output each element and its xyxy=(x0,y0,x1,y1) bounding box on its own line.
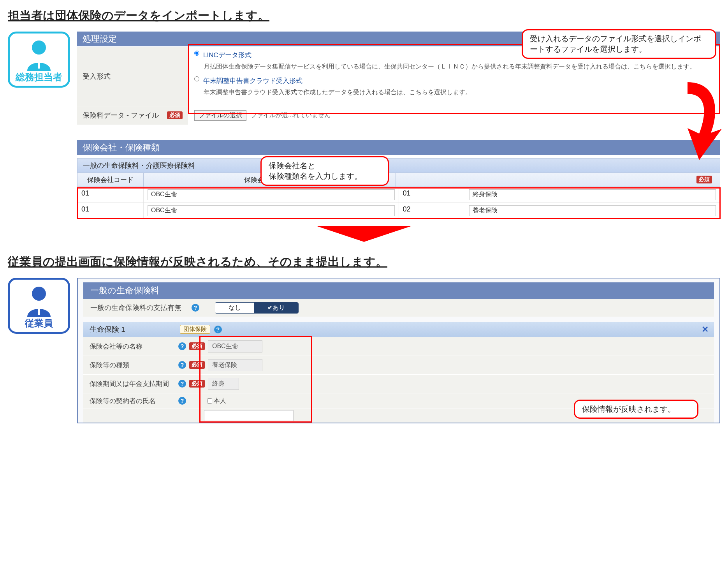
file-select-button[interactable]: ファイルの選択 xyxy=(194,110,246,121)
intake-linc-desc: 月払団体生命保険データ集配信サービスを利用している場合に、生保共同センター（ＬＩ… xyxy=(204,62,714,72)
col-company-code: 保険会社コード xyxy=(77,173,144,187)
persona-admin-label: 総務担当者 xyxy=(13,71,65,83)
svg-point-3 xyxy=(32,287,46,301)
emp-company-label: 保険会社等の名称 xyxy=(90,342,175,351)
file-row-label-text: 保険料データ - ファイル xyxy=(83,111,159,120)
group-insurance-tag: 団体保険 xyxy=(180,325,210,334)
help-icon[interactable]: ? xyxy=(192,304,199,312)
company-code-cell: 01 xyxy=(81,189,89,197)
section2-title: 従業員の提出画面に保険情報が反映されるため、そのまま提出します。 xyxy=(8,254,720,270)
emp-period-label: 保険期間又は年金支払期間 xyxy=(90,379,175,388)
company-col-header-row: 保険会社コード 保険会社名 必須 必須 xyxy=(77,173,720,187)
col-type-code xyxy=(396,173,462,187)
type-code-cell: 02 xyxy=(403,205,411,213)
required-badge: 必須 xyxy=(189,380,205,388)
emp-type-value: 養老保険 xyxy=(208,359,262,371)
intake-cloud-title: 年末調整申告書クラウド受入形式 xyxy=(203,76,302,85)
callout-company-hint: 保険会社名と 保険種類名を入力します。 xyxy=(260,156,389,186)
col-type-name: 必須 xyxy=(462,173,720,187)
emp-sub-header-text: 生命保険 1 xyxy=(90,324,125,335)
emp-period-value: 終身 xyxy=(208,378,239,390)
down-arrow-icon xyxy=(317,226,411,242)
help-icon[interactable]: ? xyxy=(178,380,186,388)
company-name-input[interactable] xyxy=(148,205,395,216)
persona-employee-label: 従業員 xyxy=(13,317,65,330)
company-name-input[interactable] xyxy=(148,189,395,200)
persona-employee-card: 従業員 xyxy=(8,278,70,334)
close-icon[interactable]: ✕ xyxy=(702,324,709,335)
emp-holder-label: 保険等の契約者の氏名 xyxy=(90,396,175,405)
help-icon[interactable]: ? xyxy=(214,326,222,333)
holder-self-checkbox-label: 本人 xyxy=(214,397,226,405)
type-name-input[interactable] xyxy=(469,205,716,216)
type-name-input[interactable] xyxy=(469,189,716,200)
company-row: 01 02 xyxy=(77,203,720,219)
emp-header: 一般の生命保険料 xyxy=(83,282,714,299)
help-icon[interactable]: ? xyxy=(178,342,186,350)
required-badge: 必須 xyxy=(696,176,712,183)
required-badge: 必須 xyxy=(189,342,205,350)
svg-marker-2 xyxy=(317,226,411,242)
admin-app-panel: 処理設定 受入形式 LINCデータ形式 月払団体生命保険データ集配信サービスを利… xyxy=(77,32,720,219)
employee-app-panel: 一般の生命保険料 一般の生命保険料の支払有無 ? なし ✔あり 生命保険 1 団… xyxy=(77,278,720,423)
intake-linc-radio[interactable] xyxy=(194,51,199,56)
help-icon[interactable]: ? xyxy=(178,397,186,405)
intake-linc-title: LINCデータ形式 xyxy=(203,51,251,60)
emp-payflag-label: 一般の生命保険料の支払有無 xyxy=(90,303,181,312)
person-icon xyxy=(23,37,55,71)
holder-self-checkbox-wrap[interactable]: 本人 xyxy=(207,397,226,405)
red-arrow-icon xyxy=(676,78,723,164)
company-sub-header: 一般の生命保険料・介護医療保険料 xyxy=(77,159,720,173)
help-icon[interactable]: ? xyxy=(178,361,186,369)
file-row-label: 保険料データ - ファイル 必須 xyxy=(77,106,188,125)
company-code-cell: 01 xyxy=(81,205,89,213)
svg-rect-4 xyxy=(38,308,40,315)
emp-company-value: OBC生命 xyxy=(208,340,262,352)
section1-title: 担当者は団体保険のデータをインポートします。 xyxy=(8,8,720,24)
svg-point-0 xyxy=(32,41,46,55)
toggle-no[interactable]: なし xyxy=(215,303,254,313)
holder-name-input[interactable] xyxy=(204,410,294,421)
callout-import-hint: 受け入れるデータのファイル形式を選択しインポートするファイルを選択します。 xyxy=(522,29,716,59)
emp-sub-header: 生命保険 1 団体保険 ? ✕ xyxy=(83,322,714,337)
required-badge: 必須 xyxy=(167,111,183,119)
intake-cloud-desc: 年末調整申告書クラウド受入形式で作成したデータを受け入れる場合は、こちらを選択し… xyxy=(204,88,714,97)
flow-down-arrow xyxy=(8,226,720,244)
required-badge: 必須 xyxy=(189,361,205,369)
callout-reflected-hint: 保険情報が反映されます。 xyxy=(574,400,698,419)
holder-self-checkbox[interactable] xyxy=(207,398,212,404)
company-header: 保険会社・保険種類 xyxy=(77,140,720,155)
company-row: 01 01 xyxy=(77,187,720,203)
toggle-yes[interactable]: ✔あり xyxy=(254,303,298,313)
emp-type-label: 保険等の種類 xyxy=(90,361,175,370)
intake-format-label: 受入形式 xyxy=(77,47,188,106)
persona-admin-card: 総務担当者 xyxy=(8,32,70,88)
payflag-toggle[interactable]: なし ✔あり xyxy=(215,302,299,314)
type-code-cell: 01 xyxy=(403,189,411,197)
person-icon xyxy=(23,284,55,317)
svg-rect-1 xyxy=(38,62,40,69)
file-select-status: ファイルが選...れていません xyxy=(251,112,331,118)
intake-cloud-radio[interactable] xyxy=(194,76,199,81)
